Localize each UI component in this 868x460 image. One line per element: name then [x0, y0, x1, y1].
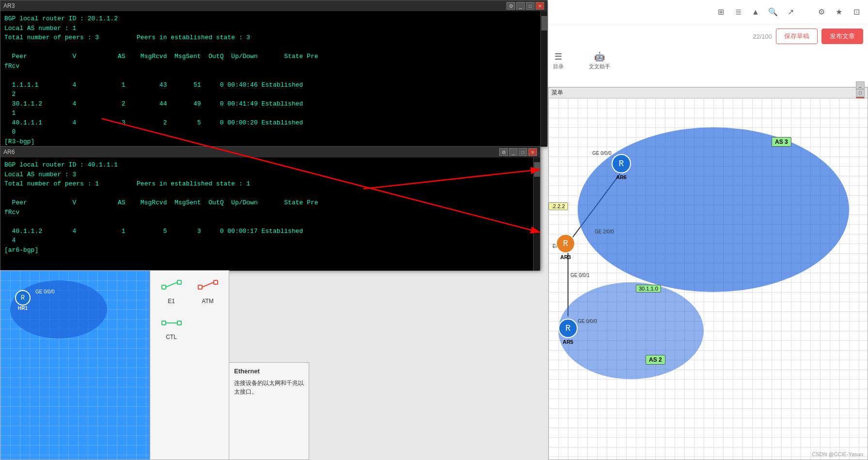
atm-device[interactable]: ATM	[190, 275, 225, 308]
ar3-settings-btn[interactable]: ⚙	[506, 2, 515, 10]
hr1-router-icon: R	[15, 290, 31, 306]
ai-label: 文文助手	[589, 63, 610, 70]
diagram-titlebar: 菜单 _ □ ✕	[549, 88, 868, 98]
ar6-terminal[interactable]: AR6 ⚙ _ □ ✕ BGP local router ID : 40.1.1…	[0, 146, 540, 270]
atm-icon	[197, 278, 219, 296]
ethernet-desc: 连接设备的以太网和千兆以太接口。	[234, 379, 304, 396]
ar6-settings-btn[interactable]: ⚙	[499, 148, 508, 156]
ar3-close-btn[interactable]: ✕	[536, 2, 544, 10]
svg-line-6	[166, 282, 177, 287]
ar6-body: BGP local router ID : 40.1.1.1 Local AS …	[0, 157, 540, 271]
ar6-titlebar: AR6 ⚙ _ □ ✕	[0, 147, 540, 157]
save-draft-button[interactable]: 保存草稿	[776, 29, 818, 44]
ar6-label: AR6	[616, 174, 627, 180]
ar6-router-node[interactable]: R AR6	[612, 154, 631, 180]
ge-000-label: GE 0/0/0	[592, 151, 611, 156]
ethernet-title: Ethernet	[234, 368, 304, 375]
diagram-window: 菜单 _ □ ✕ AS 3 AS 2 GE 0/0/0	[548, 87, 868, 460]
toolbar-share-icon[interactable]: ⊡	[850, 5, 863, 19]
publish-button[interactable]: 发布文章	[821, 29, 863, 44]
ctl-label: CTL	[166, 334, 177, 340]
ar6-scrollbar[interactable]	[533, 157, 540, 271]
csdn-progress: 22/100	[753, 33, 772, 40]
ctl-device[interactable]: CTL	[154, 310, 189, 344]
info-panel: Ethernet 连接设备的以太网和千兆以太接口。	[229, 362, 309, 460]
csdn-top-bar: ⊞ ≣ ▲ 🔍 ↗ ⚙ ★ ⊡	[548, 0, 868, 24]
ar6-max-btn[interactable]: □	[519, 148, 527, 156]
svg-rect-8	[198, 285, 202, 289]
toc-button[interactable]: ☰ 目录	[553, 51, 564, 70]
as2-area	[558, 282, 704, 379]
svg-rect-5	[162, 285, 166, 289]
svg-line-9	[202, 282, 214, 287]
e1-label: E1	[168, 298, 175, 305]
ar5-label: AR5	[563, 339, 573, 345]
ar6-min-btn[interactable]: _	[509, 148, 518, 156]
diagram-body: AS 3 AS 2 GE 0/0/0 GE 2/0/0 GE 0/0/1 GE …	[549, 98, 868, 460]
ai-assistant-button[interactable]: 🤖 文文助手	[589, 51, 610, 70]
as2-badge: AS 2	[646, 355, 665, 365]
csdn-toolbar: ⊞ ≣ ▲ 🔍 ↗ ⚙ ★ ⊡ 22/100 保存草稿 发布文章 ☰ 目录 🤖 …	[548, 0, 868, 87]
toolbar-settings-icon[interactable]: ⚙	[815, 5, 828, 19]
toolbar-icon-3[interactable]: ▲	[749, 5, 762, 19]
device-panel: E1 ATM CTL	[150, 270, 229, 460]
toolbar-icon-1[interactable]: ⊞	[714, 5, 727, 19]
bottom-left-panel: R HR1 GE 0/0/0	[0, 270, 150, 460]
as3-badge: AS 3	[772, 137, 791, 147]
e1-icon	[161, 278, 182, 296]
csdn-watermark: CSDN @CCIE-Yasuo	[812, 451, 863, 457]
ar3-titlebar: AR3 ⚙ _ □ ✕	[0, 0, 547, 11]
ar3-btn-group: ⚙ _ □ ✕	[506, 2, 544, 10]
ar6-router-icon: R	[612, 154, 631, 173]
ar3-body: BGP local router ID : 20.1.1.2 Local AS …	[0, 11, 547, 147]
ar3-min-btn[interactable]: _	[516, 2, 525, 10]
device-grid: E1 ATM CTL	[150, 271, 229, 348]
ar6-close-btn[interactable]: ✕	[528, 148, 537, 156]
ar3-router-node[interactable]: R AR3	[556, 234, 575, 260]
ar3-scrollbar[interactable]	[540, 11, 547, 147]
diagram-max-btn[interactable]: □	[856, 89, 865, 97]
toolbar-icon-5[interactable]: ↗	[784, 5, 797, 19]
ar3-terminal[interactable]: AR3 ⚙ _ □ ✕ BGP local router ID : 20.1.1…	[0, 0, 548, 146]
bottom-left-inner: R HR1 GE 0/0/0	[0, 271, 150, 460]
svg-rect-13	[177, 321, 181, 325]
ar6-title: AR6	[3, 149, 499, 155]
net-label-30: 30.1.1.0	[636, 285, 661, 292]
atm-label: ATM	[202, 298, 213, 305]
ar6-content: BGP local router ID : 40.1.1.1 Local AS …	[4, 160, 536, 255]
e1-device[interactable]: E1	[154, 275, 189, 308]
diagram-min-btn[interactable]: _	[856, 81, 865, 89]
ctl-icon	[161, 314, 182, 332]
ar5-router-node[interactable]: R AR5	[558, 319, 578, 345]
ar6-btn-group: ⚙ _ □ ✕	[499, 148, 537, 156]
svg-rect-10	[214, 280, 218, 284]
svg-rect-11	[162, 321, 166, 325]
ar6-scrollbar-thumb	[534, 162, 540, 177]
ar3-max-btn[interactable]: □	[526, 2, 535, 10]
bl-ge-label: GE 0/0/0	[35, 289, 54, 294]
hr1-label: HR1	[18, 306, 28, 311]
ip-222-badge: .2.2.2	[549, 202, 568, 210]
ge-200-label: GE 2/0/0	[595, 229, 614, 234]
toc-label: 目录	[553, 63, 564, 70]
ar3-router-icon: R	[556, 234, 575, 253]
ge-001-label: GE 0/0/1	[570, 273, 589, 278]
ge-000b-label: GE 0/0/0	[578, 319, 597, 324]
svg-rect-7	[177, 280, 181, 284]
diagram-title: 菜单	[552, 89, 856, 97]
csdn-format-bar: ☰ 目录 🤖 文文助手	[548, 48, 868, 73]
ar5-router-icon: R	[558, 319, 578, 338]
ar3-title: AR3	[3, 2, 506, 9]
toc-icon: ☰	[554, 51, 562, 62]
ar3-content: BGP local router ID : 20.1.1.2 Local AS …	[4, 14, 543, 146]
csdn-middle-bar: 22/100 保存草稿 发布文章	[548, 24, 868, 48]
toolbar-star-icon[interactable]: ★	[832, 5, 846, 19]
ar3-label: AR3	[560, 254, 571, 260]
as3-area	[578, 127, 849, 292]
ar3-scrollbar-thumb	[541, 16, 547, 31]
ai-icon: 🤖	[594, 51, 605, 62]
toolbar-icon-2[interactable]: ≣	[731, 5, 745, 19]
hr1-router[interactable]: R HR1	[15, 290, 31, 311]
toolbar-icon-4[interactable]: 🔍	[766, 5, 780, 19]
